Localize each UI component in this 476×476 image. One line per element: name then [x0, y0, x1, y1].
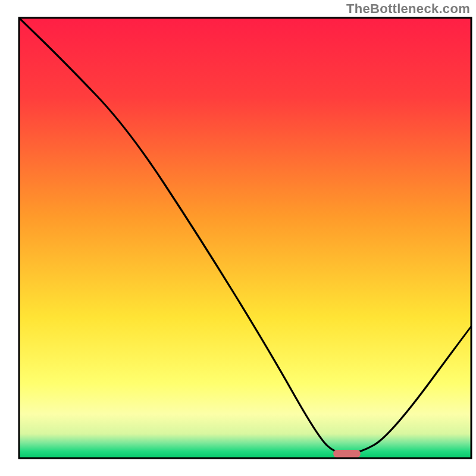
optimal-marker: [333, 450, 361, 458]
watermark-text: TheBottleneck.com: [346, 1, 470, 17]
plot-background: [19, 18, 471, 458]
chart-stage: TheBottleneck.com: [0, 0, 476, 476]
bottleneck-chart: [0, 0, 476, 476]
